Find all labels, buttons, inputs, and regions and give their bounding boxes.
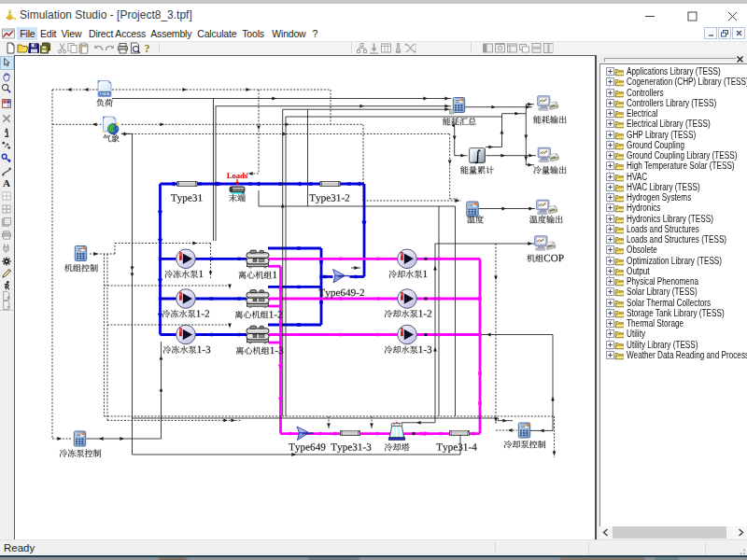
expand-plus-and-folder-icon[interactable] — [601, 298, 624, 308]
menu-direct-access[interactable]: Direct Access — [86, 27, 148, 40]
tree-item[interactable]: Physical Phenomena — [600, 276, 714, 287]
select-tool[interactable] — [1, 57, 12, 68]
tree-item[interactable]: Ground Coupling — [600, 140, 698, 150]
open-button[interactable] — [17, 42, 29, 54]
tree-item[interactable]: Weather Data Reading and Processing — [600, 350, 747, 360]
expand-plus-and-folder-icon[interactable] — [601, 150, 624, 161]
tree-item[interactable]: Loads and Structures — [600, 224, 715, 234]
component-unit-cop[interactable] — [535, 236, 556, 250]
page-minus-tool[interactable] — [1, 300, 12, 311]
tree-item[interactable]: Solar Library (TESS) — [600, 287, 712, 297]
maximize-button[interactable] — [671, 4, 713, 28]
component-diverter1[interactable] — [297, 427, 314, 441]
tree-item[interactable]: Electrical — [600, 108, 665, 119]
proforma-tool[interactable] — [1, 98, 12, 109]
expand-plus-and-folder-icon[interactable] — [601, 266, 624, 276]
menu-calculate[interactable]: Calculate — [194, 27, 239, 40]
info-tool[interactable] — [1, 127, 12, 138]
grid-a-tool[interactable] — [1, 190, 12, 202]
component-energy-calc[interactable] — [453, 98, 464, 113]
grid-b-tool[interactable] — [1, 203, 12, 215]
tree-item[interactable]: HVAC Library (TESS) — [600, 182, 716, 192]
connect-tool[interactable] — [1, 140, 12, 151]
expand-plus-and-folder-icon[interactable] — [601, 88, 624, 98]
component-energy-out[interactable] — [538, 96, 558, 110]
component-type31-2[interactable] — [320, 182, 340, 187]
scroll-left-arrow[interactable] — [599, 526, 612, 539]
gear-tool[interactable] — [1, 256, 12, 267]
link-tool[interactable] — [1, 166, 12, 177]
win-a-button[interactable] — [482, 42, 494, 54]
expand-plus-and-folder-icon[interactable] — [601, 130, 624, 140]
tree-item[interactable]: Storage Tank Library (TESS) — [600, 308, 746, 318]
component-unit-ctl[interactable] — [75, 246, 86, 261]
component-cwp-ctl[interactable] — [518, 423, 529, 438]
tree-item[interactable]: High Temperature Solar (TESS) — [600, 161, 747, 171]
panel-grip[interactable] — [604, 58, 737, 63]
tree-item[interactable]: HVAC — [600, 172, 652, 182]
expand-plus-and-folder-icon[interactable] — [601, 224, 624, 234]
new-button[interactable] — [5, 42, 17, 54]
delete-tool[interactable] — [1, 113, 12, 124]
expand-plus-and-folder-icon[interactable] — [601, 203, 624, 213]
expand-plus-and-folder-icon[interactable] — [601, 340, 624, 350]
pen-tool[interactable] — [1, 268, 12, 279]
expand-plus-and-folder-icon[interactable] — [601, 66, 624, 77]
tree-item[interactable]: Hydronics Library (TESS) — [600, 214, 732, 224]
expand-plus-and-folder-icon[interactable] — [601, 98, 624, 108]
mdi-minimize-button[interactable] — [704, 27, 717, 39]
scrollbar-thumb[interactable] — [613, 526, 726, 539]
expand-plus-and-folder-icon[interactable] — [601, 140, 624, 150]
tree-item[interactable]: Output — [600, 266, 655, 276]
pan-tool[interactable] — [1, 72, 12, 83]
expand-plus-and-folder-icon[interactable] — [601, 318, 624, 329]
expand-plus-and-folder-icon[interactable] — [601, 287, 624, 297]
sheets-tool[interactable] — [1, 217, 12, 228]
tree-item[interactable]: Utility — [600, 329, 649, 339]
component-type31-4[interactable] — [450, 431, 470, 436]
mdi-close-button[interactable] — [732, 27, 745, 39]
tree-item[interactable]: Utility Library (TESS) — [600, 340, 713, 350]
expand-plus-and-folder-icon[interactable] — [601, 245, 624, 255]
tree-item[interactable]: Solar Thermal Collectors — [600, 298, 729, 308]
component-cw-pump2[interactable] — [398, 289, 417, 309]
zoom-tool[interactable] — [1, 83, 12, 94]
printer-tool[interactable] — [1, 230, 12, 241]
panel-horizontal-scrollbar[interactable] — [599, 526, 747, 539]
component-type31[interactable] — [177, 182, 197, 187]
expand-plus-and-folder-icon[interactable] — [601, 329, 624, 339]
tree-item[interactable]: Ground Coupling Library (TESS) — [600, 150, 747, 161]
tree-item[interactable]: Controllers Library (TESS) — [600, 98, 736, 108]
expand-plus-and-folder-icon[interactable] — [601, 256, 624, 266]
component-chwp-ctl[interactable] — [74, 431, 85, 446]
component-chiller3[interactable] — [247, 326, 269, 343]
grid-table-button[interactable] — [380, 42, 392, 54]
paste-button[interactable] — [78, 42, 90, 54]
tree-item[interactable]: Hydronics — [600, 203, 668, 213]
expand-plus-and-folder-icon[interactable] — [601, 172, 624, 182]
mdi-restore-button[interactable] — [718, 27, 731, 39]
win-d-button[interactable] — [518, 42, 530, 54]
print-preview-button[interactable] — [129, 42, 141, 54]
minimize-button[interactable] — [629, 4, 671, 28]
download-button[interactable] — [368, 42, 380, 54]
panel-title-bar[interactable] — [598, 55, 747, 63]
close-button[interactable] — [712, 4, 747, 28]
expand-plus-and-folder-icon[interactable] — [601, 108, 624, 119]
win-e-button[interactable] — [530, 42, 543, 54]
plug-tool[interactable] — [1, 243, 12, 254]
save-all-button[interactable] — [39, 42, 51, 54]
component-type31-3[interactable] — [341, 431, 360, 436]
menu-file[interactable]: File — [17, 27, 37, 40]
tree-item[interactable]: Electrical Library (TESS) — [600, 119, 728, 129]
redo-button[interactable] — [104, 42, 116, 54]
component-diverter2[interactable] — [333, 270, 350, 284]
menu-view[interactable]: View — [59, 27, 85, 40]
component-temperature[interactable] — [467, 202, 478, 217]
help-button[interactable]: ? — [141, 42, 153, 54]
component-integrator[interactable] — [470, 148, 486, 164]
menu-edit[interactable]: Edit — [37, 27, 59, 40]
tree-item[interactable]: Optimization Library (TESS) — [600, 256, 742, 266]
probe-button[interactable] — [392, 42, 404, 54]
key-tool[interactable] — [1, 153, 12, 164]
